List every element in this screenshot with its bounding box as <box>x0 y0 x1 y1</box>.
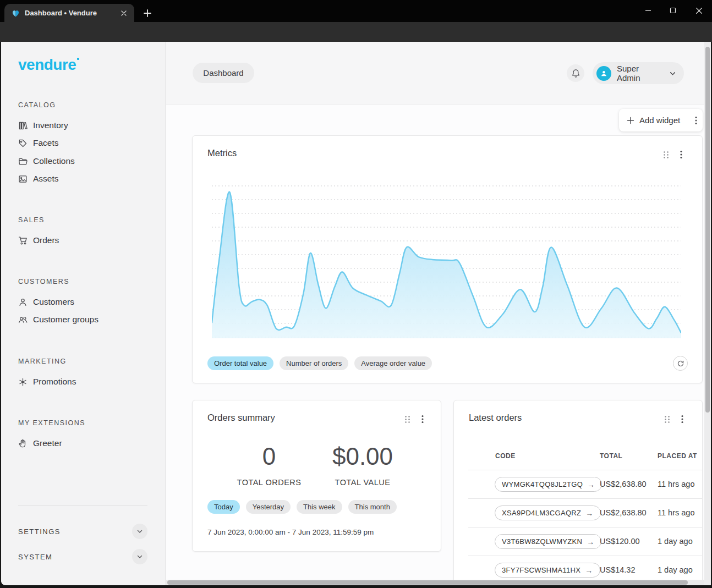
metrics-series-tabs: Order total value Number of orders Avera… <box>207 356 432 370</box>
vertical-scrollbar-thumb[interactable] <box>705 47 710 413</box>
filter-this-week[interactable]: This week <box>297 500 342 514</box>
drag-handle-icon[interactable] <box>663 151 669 159</box>
vendure-logo[interactable]: vendure <box>18 56 79 74</box>
chevron-down-icon <box>669 70 676 77</box>
column-header-total: TOTAL <box>600 452 622 460</box>
order-placed-at: 11 hrs ago <box>658 470 703 498</box>
sidebar-item-orders[interactable]: Orders <box>18 234 59 247</box>
user-icon <box>18 298 28 307</box>
order-total: US$2,638.80 <box>600 470 647 498</box>
user-name: Super Admin <box>617 64 664 83</box>
kebab-menu-icon[interactable] <box>680 150 682 159</box>
sidebar-item-customers[interactable]: Customers <box>18 295 74 309</box>
table-row: XSA9PD4LM3CGAQRZ→ US$2,638.80 11 hrs ago <box>454 498 703 527</box>
browser-window: Dashboard • Vendure <box>0 0 712 588</box>
add-widget-button[interactable]: Add widget <box>619 109 703 131</box>
tab-average-order-value[interactable]: Average order value <box>354 356 432 370</box>
sidebar-section-customers: CUSTOMERS <box>18 276 69 288</box>
plus-icon <box>627 117 634 124</box>
drag-handle-icon[interactable] <box>404 415 410 424</box>
order-code-link[interactable]: XSA9PD4LM3CGAQRZ→ <box>495 505 601 520</box>
kebab-menu-icon[interactable] <box>421 415 424 424</box>
window-close-button[interactable] <box>689 2 708 19</box>
filter-this-month[interactable]: This month <box>348 500 397 514</box>
order-code-link[interactable]: 3FY7FSCWSHMA11HX→ <box>495 563 600 578</box>
table-row: V3T6BW8ZQLWMYZKN→ US$120.00 1 day ago <box>454 527 703 556</box>
tab-order-total-value[interactable]: Order total value <box>207 356 273 370</box>
column-header-placed-at: PLACED AT <box>658 452 697 460</box>
sidebar-item-facets[interactable]: Facets <box>18 136 59 150</box>
order-placed-at: 11 hrs ago <box>658 498 703 527</box>
main-content: Dashboard Super Admin Add widget <box>166 42 705 585</box>
refresh-icon <box>677 360 684 367</box>
kebab-menu-icon[interactable] <box>681 415 683 424</box>
table-row: WYMGK4TQQ8JL2TGQ→ US$2,638.80 11 hrs ago <box>454 470 703 498</box>
person-icon <box>599 69 609 78</box>
vendure-admin-app: vendure CATALOG Inventory Facets Collect… <box>1 42 711 585</box>
user-menu[interactable]: Super Admin <box>593 62 684 84</box>
order-code-link[interactable]: V3T6BW8ZQLWMYZKN→ <box>495 534 601 549</box>
new-tab-button[interactable] <box>141 7 154 20</box>
tag-icon <box>18 139 28 148</box>
library-icon <box>18 121 28 130</box>
total-value-label: TOTAL VALUE <box>308 478 418 487</box>
widget-title: Orders summary <box>207 413 275 423</box>
horizontal-scrollbar[interactable] <box>166 580 705 585</box>
sidebar-item-assets[interactable]: Assets <box>18 172 59 185</box>
widget-title: Latest orders <box>469 413 522 423</box>
shopping-cart-icon <box>18 236 28 245</box>
notifications-button[interactable] <box>567 64 584 82</box>
chevron-down-icon <box>136 553 143 560</box>
total-value-stat: $0.00 TOTAL VALUE <box>308 443 418 487</box>
summary-period-filters: Today Yesterday This week This month <box>207 500 397 514</box>
total-value-value: $0.00 <box>308 443 418 470</box>
window-maximize-button[interactable] <box>664 2 682 19</box>
users-icon <box>18 315 28 325</box>
order-total: US$120.00 <box>600 527 640 556</box>
order-code-link[interactable]: WYMGK4TQQ8JL2TGQ→ <box>495 477 602 492</box>
image-icon <box>18 174 28 184</box>
user-avatar <box>596 66 611 81</box>
metrics-widget: Metrics Ord <box>192 135 703 383</box>
sidebar-item-inventory[interactable]: Inventory <box>18 119 68 132</box>
tab-title: Dashboard • Vendure <box>25 9 119 17</box>
vendure-favicon-heart-icon <box>11 9 20 18</box>
sidebar-item-promotions[interactable]: Promotions <box>18 375 76 388</box>
drag-handle-icon[interactable] <box>664 415 670 424</box>
system-expand-button[interactable] <box>132 549 147 564</box>
sidebar-section-my-extensions: MY EXTENSIONS <box>18 417 85 429</box>
window-minimize-button[interactable] <box>639 2 658 19</box>
order-total: US$2,638.80 <box>600 498 647 527</box>
sidebar-section-marketing: MARKETING <box>18 355 67 367</box>
refresh-button[interactable] <box>673 356 688 371</box>
sidebar-section-sales: SALES <box>18 214 45 226</box>
sidebar-item-system[interactable]: SYSTEM <box>18 549 147 564</box>
breadcrumb[interactable]: Dashboard <box>193 63 254 83</box>
sidebar-item-collections[interactable]: Collections <box>18 155 75 168</box>
browser-tab[interactable]: Dashboard • Vendure <box>4 4 134 22</box>
metrics-area-chart <box>212 185 681 339</box>
arrow-right-icon: → <box>585 566 593 575</box>
tab-close-icon[interactable] <box>119 8 129 18</box>
settings-expand-button[interactable] <box>132 524 147 539</box>
vertical-scrollbar[interactable] <box>704 42 711 585</box>
sidebar-divider <box>18 505 147 505</box>
bell-icon <box>571 68 581 79</box>
sidebar-item-customer-groups[interactable]: Customer groups <box>18 313 98 326</box>
tab-strip: Dashboard • Vendure <box>0 0 712 22</box>
tab-number-of-orders[interactable]: Number of orders <box>280 356 348 370</box>
page-header: Dashboard Super Admin <box>166 42 705 105</box>
sidebar-item-settings[interactable]: SETTINGS <box>18 524 147 539</box>
kebab-menu-icon[interactable] <box>695 116 697 125</box>
orders-summary-widget: Orders summary 0 TOTAL ORDERS $0.00 TOTA… <box>192 400 441 552</box>
browser-toolbar: localhost:3000/admin/ <box>0 22 712 42</box>
arrow-right-icon: → <box>587 537 594 546</box>
date-range-text: 7 Jun 2023, 0:00:00 am - 7 Jun 2023, 11:… <box>207 528 374 536</box>
horizontal-scrollbar-thumb[interactable] <box>167 580 688 585</box>
widget-title: Metrics <box>207 148 237 158</box>
sidebar-item-greeter[interactable]: Greeter <box>18 437 62 450</box>
folder-icon <box>18 157 28 166</box>
arrow-right-icon: → <box>587 480 595 489</box>
filter-yesterday[interactable]: Yesterday <box>246 500 291 514</box>
filter-today[interactable]: Today <box>207 500 240 514</box>
